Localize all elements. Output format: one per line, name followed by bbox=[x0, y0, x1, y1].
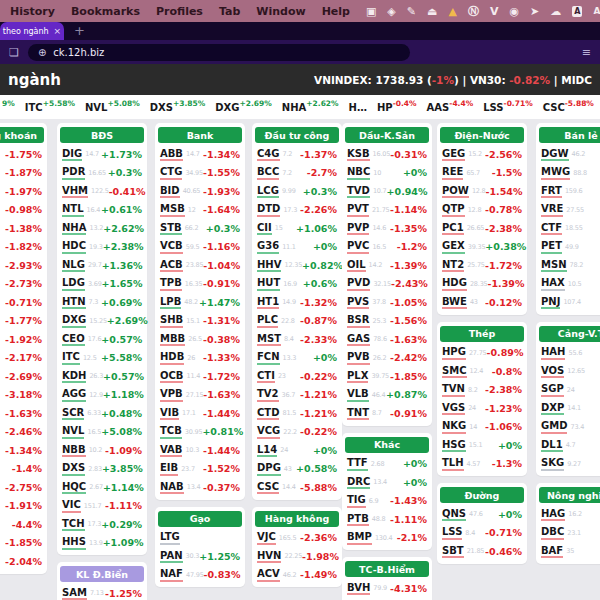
stock-row[interactable]: HDC19.3+2.38% bbox=[57, 238, 147, 257]
stock-row[interactable]: DTD17.3-2.26% bbox=[252, 201, 342, 220]
stock-row[interactable]: -2.17% bbox=[0, 349, 47, 368]
stock-row[interactable]: -1.92% bbox=[0, 330, 47, 349]
stock-row[interactable]: NT225.75-1.72% bbox=[437, 256, 527, 275]
stock-row[interactable]: SBT21.85-0.46% bbox=[437, 542, 527, 561]
n-badge-icon[interactable]: Ⓝ bbox=[468, 4, 479, 19]
stock-row[interactable]: CTI23-0.22% bbox=[252, 367, 342, 386]
stock-row[interactable]: POW12.8-1.54% bbox=[437, 182, 527, 201]
stock-row[interactable]: PVP14.6-1.35% bbox=[342, 219, 432, 238]
stock-row[interactable]: TLH4.57-1.3% bbox=[437, 455, 527, 474]
stock-row[interactable]: HVN22.25-1.98% bbox=[252, 547, 342, 566]
stock-row[interactable]: LDG3.69+1.65% bbox=[57, 275, 147, 294]
stock-row[interactable]: NLG29.7+1.36% bbox=[57, 256, 147, 275]
stock-row[interactable]: VRE27.55-0 bbox=[536, 201, 600, 220]
stock-row[interactable]: -1.82% bbox=[0, 238, 47, 257]
warning-triangle-icon[interactable]: ▲ bbox=[448, 5, 456, 18]
stock-row[interactable]: PET49.9+0 bbox=[536, 238, 600, 257]
menu-item-help[interactable]: Help bbox=[322, 5, 350, 18]
stock-row[interactable]: BSR25.3-1.56% bbox=[342, 312, 432, 331]
stock-row[interactable]: OCB11.4-1.72% bbox=[155, 367, 245, 386]
stock-row[interactable]: PVS37.8-1.05% bbox=[342, 293, 432, 312]
stock-row[interactable]: TVD10.7+0.94% bbox=[342, 182, 432, 201]
stock-row[interactable]: -4.4% bbox=[0, 515, 47, 534]
stock-row[interactable]: -1.77% bbox=[0, 312, 47, 331]
stock-row[interactable]: PVC16.5-1.2% bbox=[342, 238, 432, 257]
bookmark-icon[interactable]: ❏ bbox=[9, 46, 19, 59]
stock-row[interactable]: VGS24-1.23% bbox=[437, 399, 527, 418]
stock-row[interactable]: NTL16.4+0.61% bbox=[57, 201, 147, 220]
stock-row[interactable]: GEX39.35+0.38% bbox=[437, 238, 527, 257]
menu-item-history[interactable]: History bbox=[10, 5, 55, 18]
stock-row[interactable]: TVN8.2-2.38% bbox=[437, 381, 527, 400]
stock-row[interactable]: VOS12.65-1 bbox=[536, 362, 600, 381]
new-tab-button[interactable]: + bbox=[74, 23, 85, 39]
stock-row[interactable]: C4G7.2-1.37% bbox=[252, 145, 342, 164]
stock-row[interactable]: BWE43-0.12% bbox=[437, 293, 527, 312]
stock-row[interactable]: SAM7.13-1.25% bbox=[57, 584, 147, 600]
stock-row[interactable]: PVT21.75-1.14% bbox=[342, 201, 432, 220]
stock-row[interactable]: ACV46.2-1.49% bbox=[252, 566, 342, 585]
stock-row[interactable]: MST8.4-2.33% bbox=[252, 330, 342, 349]
stock-row[interactable]: SHB15.1-1.31% bbox=[155, 312, 245, 331]
stock-row[interactable]: NAF47.95-0.83% bbox=[155, 566, 245, 585]
stock-row[interactable]: HPG27.75-0.89% bbox=[437, 344, 527, 363]
stock-row[interactable]: VLB46.4+0.87% bbox=[342, 386, 432, 405]
stock-row[interactable]: PAN30.3+1.25% bbox=[155, 547, 245, 566]
menu-item-bookmarks[interactable]: Bookmarks bbox=[71, 5, 140, 18]
stock-row[interactable]: -2.04% bbox=[0, 552, 47, 571]
stock-row[interactable]: VCG22.2-0.22% bbox=[252, 423, 342, 442]
stock-row[interactable]: VCB59.5-1.16% bbox=[155, 238, 245, 257]
stock-row[interactable]: -1.4% bbox=[0, 460, 47, 479]
stock-row[interactable]: SMC12.4-0.8% bbox=[437, 362, 527, 381]
stock-row[interactable]: -2.46% bbox=[0, 423, 47, 442]
stock-row[interactable]: CSC14.4-5.88% bbox=[252, 478, 342, 497]
stock-row[interactable]: NVL16.5+5.08% bbox=[57, 423, 147, 442]
stock-row[interactable]: -0.71% bbox=[0, 293, 47, 312]
stock-row[interactable]: DBC23.1-1 bbox=[536, 524, 600, 543]
stock-row[interactable]: NAB13.4-0.37% bbox=[155, 478, 245, 497]
stock-row[interactable]: G3611.1+0% bbox=[252, 238, 342, 257]
stock-row[interactable]: HDB26-1.33% bbox=[155, 349, 245, 368]
stock-row[interactable]: HHV12.35+0.82% bbox=[252, 256, 342, 275]
stock-row[interactable]: ITC12.5+5.58% bbox=[57, 349, 147, 368]
stock-row[interactable]: QTP12.8-0.78% bbox=[437, 201, 527, 220]
stock-row[interactable]: EIB23.7-1.52% bbox=[155, 460, 245, 479]
ticker-item[interactable]: CSC-5.88% bbox=[543, 100, 594, 113]
stock-row[interactable]: LCG9.99+0.3% bbox=[252, 182, 342, 201]
ticker-item[interactable]: DXG+2.69% bbox=[215, 100, 272, 113]
stock-row[interactable]: PLC22.8-0.87% bbox=[252, 312, 342, 331]
stock-row[interactable]: BCC7.2-2.7% bbox=[252, 164, 342, 183]
tab-theo-nganh[interactable]: theo ngành × bbox=[0, 22, 64, 40]
stock-row[interactable]: SKG9.27 bbox=[536, 455, 600, 474]
ticker-item[interactable]: H… bbox=[349, 102, 367, 113]
stock-row[interactable]: PVD32.15-2.43% bbox=[342, 275, 432, 294]
ticker-item[interactable]: LSS-0.71% bbox=[483, 100, 532, 113]
stock-row[interactable]: HSG15.1+0% bbox=[437, 436, 527, 455]
stock-row[interactable]: BVH79.9-4.31% bbox=[342, 579, 432, 598]
stock-row[interactable]: CII15+1.06% bbox=[252, 219, 342, 238]
stock-row[interactable]: DXG15.25+2.69% bbox=[57, 312, 147, 331]
stock-row[interactable]: CEO17.6+0.57% bbox=[57, 330, 147, 349]
stock-row[interactable]: DXP14.1+1 bbox=[536, 399, 600, 418]
stock-row[interactable]: BMP130.4-2.1% bbox=[342, 529, 432, 548]
stock-row[interactable]: TTF2.68+0% bbox=[342, 455, 432, 474]
menu-glyph-icon[interactable]: ≡ bbox=[582, 46, 591, 59]
stock-row[interactable]: CTG34.95-1.55% bbox=[155, 164, 245, 183]
stock-row[interactable]: PLX39.75-1.85% bbox=[342, 367, 432, 386]
ticker-item[interactable]: AAS-4.4% bbox=[427, 100, 474, 113]
stock-row[interactable]: MBB26.5-0.38% bbox=[155, 330, 245, 349]
stock-row[interactable]: LPB48.2+1.47% bbox=[155, 293, 245, 312]
stock-row[interactable]: GMD73.4-1 bbox=[536, 418, 600, 437]
stock-row[interactable]: TPB16.35-0.91% bbox=[155, 275, 245, 294]
stock-row[interactable]: HAG16.2-0 bbox=[536, 505, 600, 524]
stock-row[interactable]: SGP24-1 bbox=[536, 381, 600, 400]
stock-row[interactable]: HT114.9-1.32% bbox=[252, 293, 342, 312]
stock-row[interactable]: BID40.65-1.93% bbox=[155, 182, 245, 201]
stock-row[interactable]: HTN7.3+0.69% bbox=[57, 293, 147, 312]
stock-row[interactable]: TCB30.95+0.81% bbox=[155, 423, 245, 442]
stock-row[interactable]: -2.69% bbox=[0, 367, 47, 386]
stock-row[interactable]: KDH26.3+0.57% bbox=[57, 367, 147, 386]
stock-row[interactable]: MWG88.8-1 bbox=[536, 164, 600, 183]
stock-row[interactable]: SCR6.33+0.48% bbox=[57, 404, 147, 423]
stock-row[interactable]: VIB17.1-1.44% bbox=[155, 404, 245, 423]
